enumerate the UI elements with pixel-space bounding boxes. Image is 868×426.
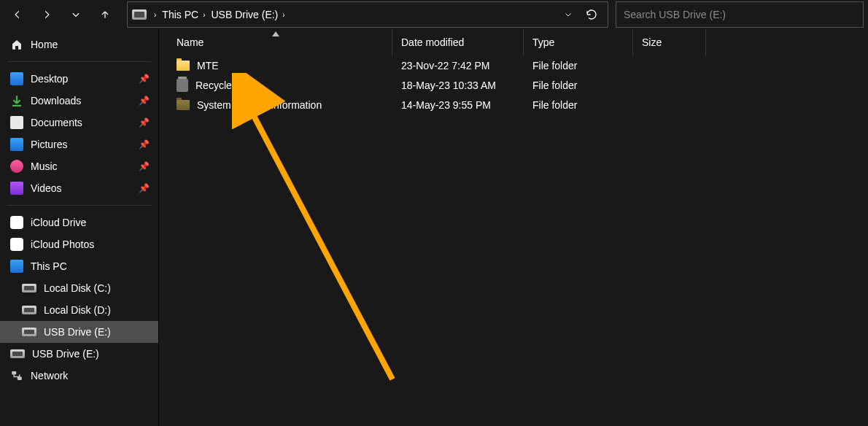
sidebar-item-label: Music xyxy=(31,160,58,172)
home-icon xyxy=(10,38,23,51)
network-icon xyxy=(10,369,23,382)
file-row[interactable]: MTE 23-Nov-22 7:42 PM File folder xyxy=(159,55,868,75)
chevron-right-icon: › xyxy=(282,11,284,19)
nav-back-button[interactable] xyxy=(4,1,31,28)
sidebar-item-icloud-photos[interactable]: iCloud Photos xyxy=(0,233,158,255)
column-label: Size xyxy=(642,36,662,48)
file-date: 23-Nov-22 7:42 PM xyxy=(392,60,524,71)
sidebar-item-usb-drive[interactable]: USB Drive (E:) xyxy=(0,343,158,365)
download-icon xyxy=(10,94,23,107)
address-bar[interactable]: › This PC › USB Drive (E:) › xyxy=(127,1,608,28)
column-headers: Name Date modified Type Size xyxy=(159,29,868,55)
arrow-up-icon xyxy=(100,9,110,20)
sidebar-item-local-disk-c[interactable]: Local Disk (C:) xyxy=(0,277,158,299)
chevron-right-icon: › xyxy=(203,11,205,19)
music-icon xyxy=(10,160,23,173)
refresh-icon xyxy=(586,9,597,20)
file-list: Name Date modified Type Size MTE 23-Nov-… xyxy=(159,29,868,426)
breadcrumb-sep[interactable]: › xyxy=(151,11,159,19)
sidebar-item-label: Local Disk (D:) xyxy=(44,304,111,316)
column-header-type[interactable]: Type xyxy=(524,29,633,55)
file-name: System Volume Information xyxy=(197,99,322,111)
sidebar-item-network[interactable]: Network xyxy=(0,365,158,387)
svg-line-2 xyxy=(247,102,392,379)
sidebar-item-music[interactable]: Music 📌 xyxy=(0,155,158,177)
desktop-icon xyxy=(10,72,23,85)
file-name: MTE xyxy=(197,60,219,71)
arrow-right-icon xyxy=(42,9,52,20)
file-row[interactable]: Recycle Bin 18-May-23 10:33 AM File fold… xyxy=(159,75,868,95)
sidebar-item-label: Home xyxy=(31,39,58,50)
column-header-name[interactable]: Name xyxy=(159,29,392,55)
svg-rect-0 xyxy=(12,371,16,375)
drive-icon xyxy=(10,349,25,358)
this-pc-icon xyxy=(10,260,23,273)
nav-recent-button[interactable] xyxy=(63,1,89,28)
drive-icon xyxy=(22,306,36,314)
file-row[interactable]: System Volume Information 14-May-23 9:55… xyxy=(159,95,868,115)
drive-icon xyxy=(22,328,36,336)
pictures-icon xyxy=(10,138,23,151)
sidebar-item-label: USB Drive (E:) xyxy=(44,326,111,338)
sidebar-item-documents[interactable]: Documents 📌 xyxy=(0,112,158,133)
sidebar-item-label: Pictures xyxy=(31,139,68,150)
folder-icon xyxy=(177,100,190,110)
document-icon xyxy=(10,116,23,129)
sidebar-item-home[interactable]: Home xyxy=(0,34,158,55)
sidebar-item-label: Local Disk (C:) xyxy=(44,282,111,294)
file-name: Recycle Bin xyxy=(195,80,249,91)
sidebar-item-this-pc[interactable]: This PC xyxy=(0,255,158,277)
file-date: 14-May-23 9:55 PM xyxy=(392,99,524,111)
sidebar-item-label: Documents xyxy=(31,117,82,128)
nav-up-button[interactable] xyxy=(92,1,118,28)
search-input[interactable]: Search USB Drive (E:) xyxy=(616,1,864,28)
sidebar-item-local-disk-d[interactable]: Local Disk (D:) xyxy=(0,299,158,321)
recycle-bin-icon xyxy=(177,79,188,92)
column-header-date[interactable]: Date modified xyxy=(392,29,524,55)
sidebar-item-pictures[interactable]: Pictures 📌 xyxy=(0,133,158,155)
refresh-button[interactable] xyxy=(580,3,603,26)
videos-icon xyxy=(10,182,23,195)
icloud-drive-icon xyxy=(10,216,23,229)
file-type: File folder xyxy=(524,60,633,71)
sidebar-item-label: iCloud Drive xyxy=(31,217,86,228)
drive-icon xyxy=(22,284,36,293)
address-dropdown-button[interactable] xyxy=(557,3,580,26)
pin-icon: 📌 xyxy=(139,183,150,193)
file-date: 18-May-23 10:33 AM xyxy=(392,80,524,91)
arrow-left-icon xyxy=(12,9,23,20)
column-header-size[interactable]: Size xyxy=(633,29,706,55)
sidebar-item-label: This PC xyxy=(31,260,67,272)
folder-icon xyxy=(177,61,190,71)
column-label: Date modified xyxy=(401,36,464,48)
pin-icon: 📌 xyxy=(139,139,150,150)
sidebar-item-usb-drive-nested[interactable]: USB Drive (E:) xyxy=(0,321,158,343)
breadcrumb-label: This PC xyxy=(162,9,198,20)
sidebar-item-label: Downloads xyxy=(31,95,81,106)
toolbar: › This PC › USB Drive (E:) › Search USB … xyxy=(0,0,868,29)
sidebar-item-label: Videos xyxy=(31,182,62,194)
file-type: File folder xyxy=(524,99,633,111)
nav-forward-button[interactable] xyxy=(34,1,60,28)
pin-icon: 📌 xyxy=(139,161,150,171)
sidebar-item-label: USB Drive (E:) xyxy=(32,348,99,360)
search-placeholder: Search USB Drive (E:) xyxy=(624,9,726,20)
chevron-down-icon xyxy=(564,10,573,19)
icloud-photos-icon xyxy=(10,238,23,251)
sidebar-item-label: Network xyxy=(31,370,68,382)
column-label: Name xyxy=(177,36,204,48)
sidebar-item-downloads[interactable]: Downloads 📌 xyxy=(0,90,158,112)
breadcrumb-this-pc[interactable]: This PC › xyxy=(159,9,208,20)
sidebar: Home Desktop 📌 Downloads 📌 Documents 📌 P… xyxy=(0,29,159,426)
drive-icon xyxy=(132,9,147,20)
pin-icon: 📌 xyxy=(139,117,150,128)
pin-icon: 📌 xyxy=(139,96,150,106)
sort-ascending-icon xyxy=(272,28,279,39)
file-type: File folder xyxy=(524,80,633,91)
sidebar-item-desktop[interactable]: Desktop 📌 xyxy=(0,68,158,90)
breadcrumb-usb-drive[interactable]: USB Drive (E:) › xyxy=(208,9,287,20)
chevron-down-icon xyxy=(71,9,81,20)
column-label: Type xyxy=(532,36,554,48)
sidebar-item-icloud-drive[interactable]: iCloud Drive xyxy=(0,212,158,233)
sidebar-item-videos[interactable]: Videos 📌 xyxy=(0,177,158,199)
